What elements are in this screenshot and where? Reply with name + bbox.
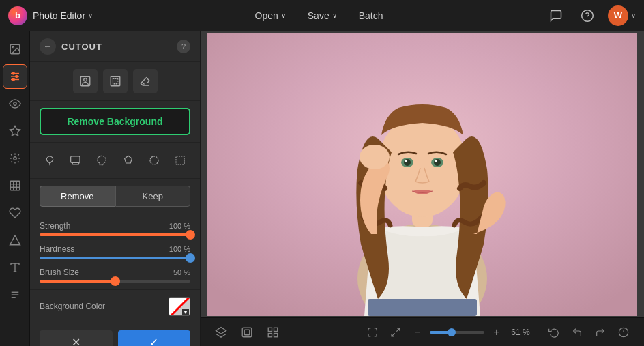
svg-point-10 <box>13 102 16 106</box>
cutout-portrait-tool-btn[interactable] <box>73 69 98 93</box>
batch-button[interactable]: Batch <box>351 7 392 25</box>
svg-marker-26 <box>10 235 20 245</box>
info-button[interactable] <box>614 323 633 342</box>
panel-title: CUTOUT <box>61 42 171 52</box>
bottombar: − + 61 % <box>201 317 644 346</box>
expand-btn[interactable] <box>386 323 405 342</box>
svg-point-33 <box>83 78 87 82</box>
svg-marker-55 <box>216 327 226 334</box>
chat-button[interactable] <box>545 5 567 27</box>
sidebar-item-shape[interactable] <box>3 228 27 253</box>
svg-rect-38 <box>73 162 79 164</box>
sidebar-item-draw[interactable] <box>3 283 27 307</box>
brush-size-slider-row: Brush Size 50 % <box>40 268 190 283</box>
strength-value: 100 % <box>169 222 190 230</box>
brush-size-value: 50 % <box>173 268 190 276</box>
fit-canvas-btn[interactable] <box>363 323 382 342</box>
strength-slider[interactable] <box>40 233 190 236</box>
app-title: Photo Editor <box>33 10 85 21</box>
sidebar-item-layers[interactable] <box>3 173 27 198</box>
zoom-out-button[interactable]: − <box>409 324 426 341</box>
frame-btn[interactable] <box>237 323 257 342</box>
zoom-slider[interactable] <box>430 331 484 334</box>
cutout-selection-tool-btn[interactable] <box>103 69 128 93</box>
lasso-tool-btn[interactable] <box>91 149 112 171</box>
zoom-controls: − + 61 % <box>363 323 532 342</box>
topbar-right: W ∨ <box>545 5 636 27</box>
panel-back-button[interactable]: ← <box>40 38 56 55</box>
hardness-slider-row: Hardness 100 % <box>40 244 190 259</box>
circle-select-tool-btn[interactable] <box>144 149 164 171</box>
panel-help-button[interactable]: ? <box>177 40 190 53</box>
svg-point-52 <box>435 160 437 162</box>
redo-button[interactable] <box>591 323 610 342</box>
cutout-erase-tool-btn[interactable] <box>133 69 158 93</box>
layers-bottom-btn[interactable] <box>211 323 231 342</box>
help-button[interactable] <box>576 5 598 27</box>
topbar-center: Open ∨ Save ∨ Batch <box>93 7 545 25</box>
cutout-panel: ← CUTOUT ? Remove Background <box>30 31 201 346</box>
svg-point-9 <box>12 78 14 81</box>
rect-select-tool-btn[interactable] <box>170 149 190 171</box>
refresh-btn[interactable] <box>544 323 564 342</box>
svg-rect-35 <box>113 78 118 84</box>
photo-canvas <box>207 33 637 316</box>
svg-rect-59 <box>274 328 278 331</box>
save-button[interactable]: Save ∨ <box>299 7 345 25</box>
svg-point-40 <box>150 156 158 164</box>
sidebar-item-star[interactable] <box>3 119 27 143</box>
zoom-in-button[interactable]: + <box>488 324 505 341</box>
remove-mode-button[interactable]: Remove <box>40 186 115 207</box>
hardness-slider[interactable] <box>40 257 190 259</box>
svg-point-50 <box>434 159 441 166</box>
app-title-chevron: ∨ <box>88 12 93 19</box>
panel-header: ← CUTOUT ? <box>30 31 200 62</box>
stamp-tool-btn[interactable] <box>65 149 86 171</box>
hardness-label: Hardness <box>40 244 74 254</box>
sidebar-icons <box>0 31 30 346</box>
bg-color-swatch[interactable]: ▼ <box>169 297 190 316</box>
svg-line-36 <box>142 83 144 85</box>
svg-point-0 <box>582 10 594 21</box>
ok-button[interactable]: ✓ <box>118 330 191 346</box>
user-menu[interactable]: W ∨ <box>608 5 636 26</box>
polygon-tool-btn[interactable] <box>118 149 138 171</box>
brush-size-label: Brush Size <box>40 268 79 277</box>
remove-background-button[interactable]: Remove Background <box>40 108 190 135</box>
svg-point-49 <box>404 159 411 166</box>
brush-tools-row <box>30 143 200 179</box>
svg-point-46 <box>378 115 467 217</box>
svg-rect-21 <box>10 181 20 190</box>
grid-btn[interactable] <box>263 323 282 342</box>
sidebar-item-image[interactable] <box>3 37 27 61</box>
svg-point-7 <box>12 72 14 74</box>
svg-rect-57 <box>244 330 250 335</box>
sidebar-item-effects[interactable] <box>3 146 27 171</box>
svg-rect-58 <box>268 328 272 331</box>
undo-button[interactable] <box>568 323 587 342</box>
strength-label: Strength <box>40 221 70 231</box>
open-button[interactable]: Open ∨ <box>247 7 294 25</box>
brush-size-slider[interactable] <box>40 280 190 283</box>
svg-rect-61 <box>268 333 272 336</box>
cancel-button[interactable]: ✕ <box>40 330 113 346</box>
sidebar-item-eye[interactable] <box>3 91 27 116</box>
user-avatar: W <box>608 5 628 26</box>
brush-tool-btn[interactable] <box>40 149 60 171</box>
svg-line-19 <box>11 161 12 162</box>
sidebar-item-text[interactable] <box>3 255 27 280</box>
svg-point-53 <box>360 145 390 169</box>
canvas-image-wrap[interactable] <box>201 31 644 317</box>
sliders-section: Strength 100 % Hardness 100 % <box>30 214 200 290</box>
bg-color-section: Background Color ▼ <box>30 290 200 323</box>
svg-line-17 <box>11 154 12 156</box>
app-logo[interactable]: b <box>8 6 27 25</box>
svg-point-51 <box>405 160 407 162</box>
keep-mode-button[interactable]: Keep <box>115 186 191 207</box>
svg-rect-56 <box>242 328 252 337</box>
svg-rect-41 <box>176 156 184 164</box>
svg-rect-54 <box>368 299 477 316</box>
sidebar-item-adjust[interactable] <box>3 64 27 89</box>
app-title-group[interactable]: Photo Editor ∨ <box>33 10 93 21</box>
sidebar-item-heart[interactable] <box>3 201 27 225</box>
